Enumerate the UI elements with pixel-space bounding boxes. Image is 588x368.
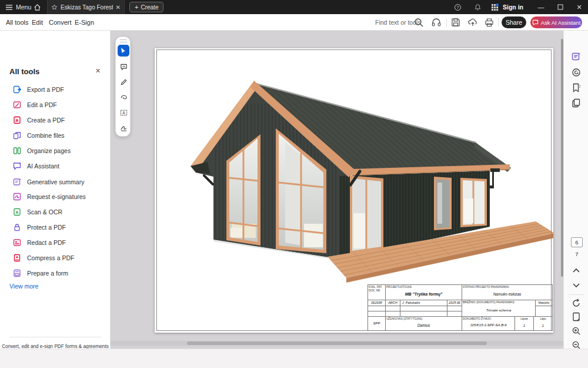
help-icon: ? xyxy=(454,4,462,11)
create-tab-button[interactable]: + Create xyxy=(129,2,163,12)
panel-close-button[interactable]: ✕ xyxy=(95,67,101,75)
divider xyxy=(569,294,584,295)
right-rail: 6 7 xyxy=(563,31,588,349)
divider xyxy=(498,18,499,26)
print-icon[interactable] xyxy=(484,17,495,28)
apps-grid-icon xyxy=(491,4,499,11)
toolbar-grip-handle[interactable] xyxy=(120,39,127,42)
all-tools-panel: All tools ✕ Export a PDF Edit a PDF ACre… xyxy=(0,31,111,349)
quick-tools-toolbar: A xyxy=(115,37,131,137)
panel-title: All tools xyxy=(9,67,39,76)
tab-title: Eskizas Tago Forest Vila ... xyxy=(61,4,113,11)
ai-chat-icon xyxy=(532,19,539,26)
save-icon[interactable] xyxy=(450,17,461,28)
ask-ai-assistant-button[interactable]: Ask AI Assistant xyxy=(530,16,582,28)
sign-in-label: Sign in xyxy=(503,4,523,11)
sidebar-item-generative-summary[interactable]: Generative summary xyxy=(0,175,111,189)
create-label: Create xyxy=(141,4,158,11)
rotate-icon[interactable] xyxy=(572,299,581,308)
tab-esign[interactable]: E-Sign xyxy=(75,14,94,31)
sidebar-item-organize-pages[interactable]: Organize pages xyxy=(0,144,111,158)
sidebar-item-ai-assistant[interactable]: AI Assistant xyxy=(0,159,111,173)
highlight-pen-tool-button[interactable] xyxy=(118,76,129,88)
sidebar-item-label: Organize pages xyxy=(27,147,71,154)
notifications-button[interactable] xyxy=(474,0,482,14)
svg-text:A: A xyxy=(15,118,19,123)
sidebar-item-redact-pdf[interactable]: Redact a PDF xyxy=(0,236,111,250)
text-box-tool-button[interactable]: A xyxy=(118,107,129,118)
titleblock-cell: PROJEKTUOTOJAS:MB "Trylika formų" xyxy=(385,284,462,300)
sidebar-item-export-pdf[interactable]: Export a PDF xyxy=(0,82,111,97)
sidebar-item-edit-pdf[interactable]: Edit a PDF xyxy=(0,98,111,112)
share-button[interactable]: Share xyxy=(502,16,526,28)
help-button[interactable]: ? xyxy=(454,0,462,14)
tab-edit[interactable]: Edit xyxy=(32,14,43,31)
divider xyxy=(9,337,101,337)
sidebar-item-label: Combine files xyxy=(27,132,65,139)
svg-text:?: ? xyxy=(457,5,459,9)
sidebar-item-label: Create a PDF xyxy=(27,117,65,124)
sidebar-item-label: Prepare a form xyxy=(27,270,68,277)
sidebar-item-create-pdf[interactable]: ACreate a PDF xyxy=(0,113,111,127)
menu-button[interactable]: Menu xyxy=(5,0,31,14)
sidebar-item-scan-ocr[interactable]: AScan & OCR xyxy=(0,205,111,219)
maximize-button[interactable] xyxy=(552,0,569,14)
home-button[interactable] xyxy=(34,0,41,14)
view-more-link[interactable]: View more xyxy=(9,283,38,290)
titleblock-cell: KVAL. PAT. DOK. NR. xyxy=(368,284,386,300)
menu-label: Menu xyxy=(16,4,31,11)
lasso-icon xyxy=(120,94,128,101)
home-icon xyxy=(34,4,41,11)
tab-close-icon[interactable]: ✕ xyxy=(116,4,121,11)
titleblock-cell: UŽSAKOVAS (STATYTOJAS):Dainius xyxy=(385,316,462,331)
page-view-icon[interactable] xyxy=(572,312,581,321)
maximize-icon xyxy=(557,4,563,10)
apps-grid-button[interactable] xyxy=(491,0,499,14)
zoom-in-icon[interactable] xyxy=(572,326,581,336)
select-tool-button[interactable] xyxy=(118,45,129,57)
sidebar-item-prepare-form[interactable]: Prepare a form xyxy=(0,266,111,280)
sidebar-item-request-esignatures[interactable]: Request e-signatures xyxy=(0,190,111,204)
svg-text:A: A xyxy=(15,210,18,214)
hamburger-icon xyxy=(5,4,13,11)
text-box-icon: A xyxy=(120,109,128,117)
signature-icon xyxy=(120,124,128,132)
generative-summary-icon[interactable] xyxy=(572,52,581,61)
close-button[interactable]: ✕ xyxy=(570,0,588,14)
plus-icon: + xyxy=(135,4,138,11)
sign-tool-button[interactable] xyxy=(118,122,129,134)
ai-label: Ask AI Assistant xyxy=(541,19,581,26)
sidebar-item-label: Scan & OCR xyxy=(27,208,62,216)
titleblock-cell: Lapų1 xyxy=(533,316,553,331)
minimize-button[interactable]: — xyxy=(532,0,550,14)
sign-in-button[interactable]: Sign in xyxy=(503,0,523,14)
document-tab[interactable]: Eskizas Tago Forest Vila ... ✕ xyxy=(47,0,125,14)
horizontal-scrollbar-thumb[interactable] xyxy=(187,342,487,345)
star-icon[interactable] xyxy=(51,4,58,11)
page-thumbnails-icon[interactable] xyxy=(572,98,581,108)
comment-tool-button[interactable] xyxy=(118,61,129,72)
sidebar-item-label: Generative summary xyxy=(27,178,84,185)
comments-icon[interactable] xyxy=(572,68,581,77)
previous-page-icon[interactable] xyxy=(572,266,581,276)
horizontal-scrollbar[interactable] xyxy=(111,341,563,346)
tab-convert[interactable]: Convert xyxy=(49,14,72,31)
toolbar: All tools Edit Convert E-Sign Find text … xyxy=(0,14,588,31)
next-page-icon[interactable] xyxy=(572,280,581,290)
sidebar-item-protect-pdf[interactable]: Protect a PDF xyxy=(0,220,111,234)
current-page-value: 6 xyxy=(575,239,578,246)
tab-all-tools[interactable]: All tools xyxy=(6,14,29,31)
sidebar-item-label: Request e-signatures xyxy=(27,193,86,200)
current-page-input[interactable]: 6 xyxy=(571,237,583,247)
sidebar-item-combine-files[interactable]: Combine files xyxy=(0,128,111,142)
titleblock-cell xyxy=(535,306,553,317)
sidebar-item-compress-pdf[interactable]: Compress a PDF xyxy=(0,251,111,265)
draw-tool-button[interactable] xyxy=(118,91,129,103)
bookmarks-icon[interactable] xyxy=(572,83,581,92)
titleblock-cell: BRĖŽINIO (DOKUMENTO) PAVADINIMAS:Trimatė… xyxy=(462,300,536,317)
cloud-upload-icon[interactable] xyxy=(467,17,478,28)
search-icon[interactable] xyxy=(413,17,424,28)
document-viewer[interactable]: KVAL. PAT. DOK. NR. PROJEKTUOTOJAS:MB "T… xyxy=(111,31,563,349)
titleblock-cell: DOKUMENTO ŽYMUO:J25/K15-1-SPF-SA.B-6 xyxy=(462,316,515,331)
read-aloud-icon[interactable] xyxy=(431,17,442,28)
